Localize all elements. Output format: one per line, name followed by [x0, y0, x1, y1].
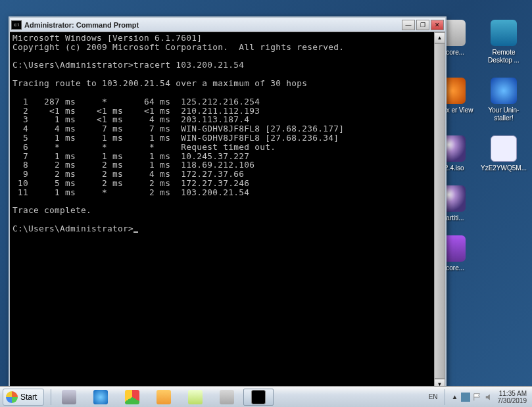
scroll-up-button[interactable]: ▲ [434, 32, 445, 43]
system-tray: EN ▲ 11:35 AM 7/30/2019 [429, 389, 531, 405]
task-item-chrome[interactable] [117, 389, 147, 406]
cmd-icon: c:\ [11, 20, 22, 30]
console-command: tracert 103.200.21.54 [133, 60, 244, 70]
tracert-hop: 2 <1 ms <1 ms <1 ms 210.211.112.193 [12, 106, 260, 116]
scrollbar: ▲ ▼ [434, 32, 445, 390]
start-label: Start [20, 393, 37, 402]
language-indicator[interactable]: EN [429, 393, 438, 400]
desktop-icon-txt[interactable]: YzE2YWQ5M... [481, 135, 527, 172]
console-line: Copyright (c) 2009 Microsoft Corporation… [12, 42, 344, 52]
restore-button[interactable]: ❐ [416, 20, 429, 30]
console-line: Trace complete. [12, 205, 91, 215]
svg-rect-0 [461, 393, 470, 402]
desktop-icon-label: YzE2YWQ5M... [481, 164, 527, 172]
console-line: Microsoft Windows [Version 6.1.7601] [12, 33, 202, 43]
clock[interactable]: 11:35 AM 7/30/2019 [498, 390, 527, 404]
tracert-hop: 5 1 ms 1 ms 1 ms WIN-GDHV8JF8FL8 [27.68.… [12, 133, 339, 143]
remote-desktop-icon [491, 20, 517, 46]
ie-icon [93, 390, 108, 404]
tracert-hop: 7 1 ms 1 ms 1 ms 10.245.37.227 [12, 151, 249, 161]
desktop-icon-uninstaller[interactable]: Your Unin-staller! [481, 78, 527, 122]
minimize-button[interactable]: — [402, 20, 415, 30]
tray-divider [445, 389, 445, 405]
tray-chevron-icon[interactable]: ▲ [452, 393, 458, 400]
scrollbar-thumb[interactable] [434, 43, 445, 379]
console-output[interactable]: Microsoft Windows [Version 6.1.7601] Cop… [10, 32, 434, 390]
clock-time: 11:35 AM [498, 390, 527, 397]
desktop-icon-label: Your Unin-staller! [481, 107, 527, 122]
task-item-cmd[interactable] [243, 389, 274, 406]
tracert-hop: 9 2 ms 2 ms 4 ms 172.27.37.66 [12, 169, 244, 179]
start-button[interactable]: Start [3, 389, 44, 406]
tracert-hop: 3 1 ms <1 ms 4 ms 203.113.187.4 [12, 114, 249, 124]
console-prompt: C:\Users\Administrator> [12, 224, 133, 233]
windows-orb-icon [6, 391, 18, 403]
notepad-icon [188, 390, 203, 404]
taskbar: Start EN ▲ 11:35 AM 7/30/2019 [0, 386, 532, 407]
tracert-hop: 8 2 ms 2 ms 1 ms 118.69.212.106 [12, 160, 254, 170]
volume-icon[interactable] [485, 393, 494, 402]
desktop-icon-label: Remote Desktop ... [481, 49, 527, 64]
flag-icon[interactable] [473, 393, 482, 402]
tray-app-icon[interactable] [461, 393, 470, 402]
tracert-hop: 11 1 ms * 2 ms 103.200.21.54 [12, 187, 249, 197]
tracert-hop: 6 * * * Request timed out. [12, 142, 276, 152]
command-prompt-window: c:\ Administrator: Command Prompt — ❐ ✕ … [9, 16, 447, 391]
task-item-java[interactable] [212, 389, 242, 406]
close-button[interactable]: ✕ [431, 20, 444, 30]
printer-icon [62, 390, 76, 404]
chrome-icon [125, 390, 139, 404]
task-item-notepad[interactable] [180, 389, 210, 406]
task-item-explorer[interactable] [149, 389, 179, 406]
yu-icon [491, 78, 517, 104]
taskbar-divider [51, 389, 51, 405]
task-item-printer[interactable] [54, 389, 84, 406]
tracert-hop: 4 4 ms 7 ms 7 ms WIN-GDHV8JF8FL8 [27.68.… [12, 124, 344, 133]
scrollbar-track[interactable] [434, 43, 445, 379]
tracert-hop: 10 5 ms 2 ms 2 ms 172.27.37.246 [12, 178, 249, 188]
cursor [133, 231, 138, 233]
window-title: Administrator: Command Prompt [24, 21, 402, 29]
cmd-icon [251, 390, 266, 404]
task-item-ie[interactable] [85, 389, 116, 406]
console-line: Tracing route to 103.200.21.54 over a ma… [12, 78, 307, 88]
desktop-icon-remote[interactable]: Remote Desktop ... [481, 20, 527, 64]
java-icon [220, 390, 234, 404]
titlebar[interactable]: c:\ Administrator: Command Prompt — ❐ ✕ [10, 18, 445, 32]
console-prompt: C:\Users\Administrator> [12, 60, 133, 70]
tracert-hop: 1 287 ms * 64 ms 125.212.216.254 [12, 97, 260, 107]
explorer-icon [157, 390, 171, 404]
clock-date: 7/30/2019 [498, 397, 527, 404]
text-file-icon [491, 135, 517, 162]
